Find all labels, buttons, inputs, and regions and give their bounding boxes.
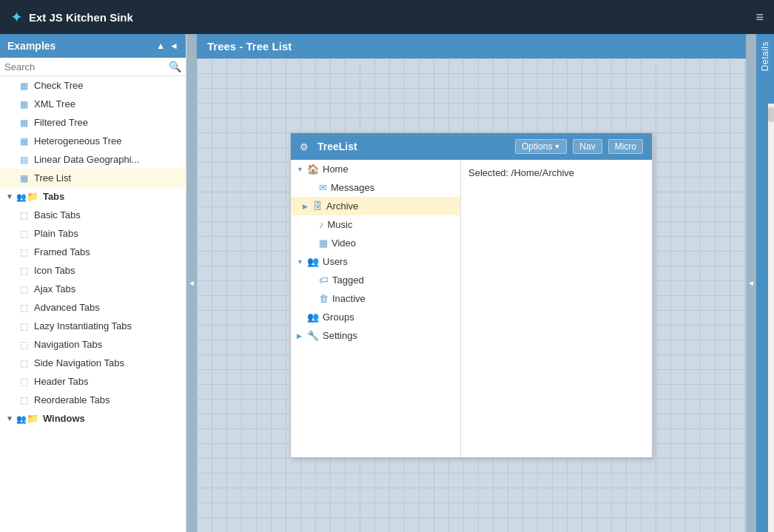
sidebar-item-label: Basic Tabs <box>34 209 180 220</box>
main-collapse-arrow-icon: ◄ <box>747 279 755 287</box>
treelist-title: TreeList <box>317 141 509 152</box>
tree-item-label: Tagged <box>332 275 364 286</box>
sidebar-item-header-tabs[interactable]: ⬚ Header Tabs <box>0 372 186 391</box>
sidebar-item-tree-list[interactable]: ▦ Tree List <box>0 169 186 187</box>
sidebar-item-label: Check Tree <box>34 80 180 91</box>
sidebar-item-label: Advanced Tabs <box>34 302 180 313</box>
sidebar-item-advanced-tabs[interactable]: ⬚ Advanced Tabs <box>0 298 186 317</box>
top-bar-left: ✦ Ext JS Kitchen Sink <box>10 8 133 26</box>
settings-icon: 🔧 <box>307 330 319 341</box>
sidebar-item-navigation-tabs[interactable]: ⬚ Navigation Tabs <box>0 335 186 354</box>
reorderable-tabs-icon: ⬚ <box>18 395 30 405</box>
sidebar-collapse-left-icon[interactable]: ◄ <box>169 41 178 51</box>
icon-tabs-icon: ⬚ <box>18 266 30 276</box>
sidebar-item-label: Filtered Tree <box>34 117 180 128</box>
sidebar-item-ajax-tabs[interactable]: ⬚ Ajax Tabs <box>0 280 186 298</box>
collapse-arrow-icon: ◄ <box>188 279 195 287</box>
sidebar-item-linear-data-geo[interactable]: ▤ Linear Data Geographi... <box>0 150 186 169</box>
tree-item-home[interactable]: ▼ 🏠 Home <box>291 160 460 178</box>
tree-item-tagged[interactable]: 🏷 Tagged <box>291 271 460 289</box>
tree-item-video[interactable]: ▦ Video <box>291 234 460 252</box>
tree-item-users[interactable]: ▼ 👥 Users <box>291 252 460 271</box>
treelist-options-button[interactable]: Options ▼ <box>515 139 567 154</box>
treelist-panel: ⚙ TreeList Options ▼ Nav Micro ▼ <box>290 132 653 458</box>
archive-icon: 🗄 <box>313 201 323 212</box>
linear-data-geo-icon: ▤ <box>18 155 30 165</box>
ajax-tabs-icon: ⬚ <box>18 284 30 294</box>
selected-text: Selected: /Home/Archive <box>468 167 574 178</box>
sidebar-group-windows[interactable]: ▼ 📁 Windows <box>0 409 186 428</box>
treelist-nav-button[interactable]: Nav <box>573 139 602 154</box>
tree-item-label: Messages <box>331 182 374 193</box>
treelist-gear-icon: ⚙ <box>300 141 309 152</box>
main-header: Trees - Tree List <box>197 34 746 58</box>
search-icon[interactable]: 🔍 <box>169 61 181 73</box>
main-collapse-handle[interactable]: ◄ <box>746 34 756 532</box>
sidebar-item-framed-tabs[interactable]: ⬚ Framed Tabs <box>0 243 186 261</box>
detail-panel: Selected: /Home/Archive <box>461 160 652 457</box>
sidebar-item-side-navigation-tabs[interactable]: ⬚ Side Navigation Tabs <box>0 354 186 372</box>
sidebar-item-plain-tabs[interactable]: ⬚ Plain Tabs <box>0 224 186 243</box>
groups-icon: 👥 <box>307 312 319 323</box>
sidebar-item-label: Linear Data Geographi... <box>34 154 180 165</box>
sidebar-header-label: Examples <box>7 40 55 52</box>
sidebar-collapse-up-icon[interactable]: ▲ <box>156 41 165 51</box>
side-nav-tabs-icon: ⬚ <box>18 358 30 368</box>
tree-item-messages[interactable]: ✉ Messages <box>291 178 460 197</box>
sidebar-item-label: Ajax Tabs <box>34 283 180 294</box>
breadcrumb: Trees - Tree List <box>207 40 292 53</box>
main-body: ⚙ TreeList Options ▼ Nav Micro ▼ <box>197 58 746 532</box>
sidebar-item-lazy-tabs[interactable]: ⬚ Lazy Instantiating Tabs <box>0 317 186 335</box>
users-icon: 👥 <box>307 256 319 267</box>
tree-item-inactive[interactable]: 🗑 Inactive <box>291 289 460 308</box>
sidebar-item-basic-tabs[interactable]: ⬚ Basic Tabs <box>0 206 186 224</box>
sidebar-item-label: Icon Tabs <box>34 265 180 276</box>
heterogeneous-tree-icon: ▦ <box>18 136 30 147</box>
sidebar-group-tabs[interactable]: ▼ 📁 Tabs <box>0 187 186 206</box>
sidebar-item-xml-tree[interactable]: ▦ XML Tree <box>0 95 186 113</box>
search-bar: 🔍 <box>0 58 186 76</box>
tree-item-label: Groups <box>323 312 354 323</box>
tree-item-archive[interactable]: ▶ 🗄 Archive <box>291 197 460 215</box>
sidebar-header: Examples ▲ ◄ <box>0 34 186 58</box>
sidebar-collapse-handle[interactable]: ◄ <box>186 34 197 532</box>
tabs-group-label: Tabs <box>43 191 64 202</box>
tree-item-groups[interactable]: 👥 Groups <box>291 308 460 326</box>
tree-item-label: Music <box>328 219 353 230</box>
tabs-group-folder-icon: 📁 <box>16 191 38 202</box>
sidebar-item-icon-tabs[interactable]: ⬚ Icon Tabs <box>0 261 186 280</box>
top-bar: ✦ Ext JS Kitchen Sink ≡ <box>0 0 774 34</box>
tree-item-label: Users <box>323 256 348 267</box>
header-tabs-icon: ⬚ <box>18 377 30 387</box>
video-icon: ▦ <box>319 238 328 249</box>
sidebar-item-label: Heterogeneous Tree <box>34 135 180 147</box>
sidebar-item-check-tree[interactable]: ▦ Check Tree <box>0 76 186 95</box>
sidebar-item-label: XML Tree <box>34 98 180 110</box>
sidebar-list: ▦ Check Tree ▦ XML Tree ▦ Filtered Tree … <box>0 76 186 532</box>
menu-icon[interactable]: ≡ <box>756 10 764 25</box>
options-arrow-icon: ▼ <box>553 143 560 150</box>
sidebar-item-label: Plain Tabs <box>34 228 180 239</box>
home-icon: 🏠 <box>307 164 319 175</box>
windows-group-arrow-icon: ▼ <box>6 414 13 422</box>
tree-panel: ▼ 🏠 Home ✉ Messages ▶ <box>291 160 461 457</box>
basic-tabs-icon: ⬚ <box>18 210 30 220</box>
layout: Examples ▲ ◄ 🔍 ▦ Check Tree ▦ XML Tree ▦ <box>0 34 774 532</box>
sidebar-item-filtered-tree[interactable]: ▦ Filtered Tree <box>0 113 186 132</box>
tree-item-settings[interactable]: ▶ 🔧 Settings <box>291 326 460 345</box>
lazy-tabs-icon: ⬚ <box>18 321 30 331</box>
xml-tree-icon: ▦ <box>18 99 30 110</box>
search-input[interactable] <box>4 61 169 73</box>
app-title: Ext JS Kitchen Sink <box>29 11 133 24</box>
inactive-icon: 🗑 <box>319 293 329 304</box>
advanced-tabs-icon: ⬚ <box>18 303 30 313</box>
treelist-micro-button[interactable]: Micro <box>608 139 643 154</box>
sidebar-item-reorderable-tabs[interactable]: ⬚ Reorderable Tabs <box>0 391 186 409</box>
sidebar-item-heterogeneous-tree[interactable]: ▦ Heterogeneous Tree <box>0 132 186 150</box>
tree-item-label: Home <box>323 164 349 175</box>
tree-item-music[interactable]: ♪ Music <box>291 215 460 234</box>
check-tree-icon: ▦ <box>18 81 30 91</box>
sidebar-item-label: Reorderable Tabs <box>34 394 180 405</box>
main-content: Trees - Tree List ⚙ TreeList Options ▼ N… <box>197 34 746 532</box>
windows-group-folder-icon: 📁 <box>16 413 38 424</box>
